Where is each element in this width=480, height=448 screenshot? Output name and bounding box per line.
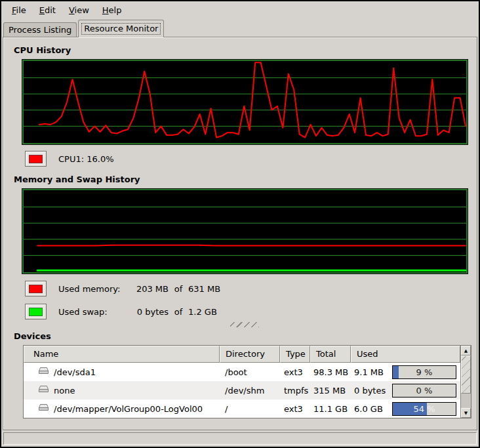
menu-edit[interactable]: Edit [33,3,62,17]
device-name: /dev/sda1 [54,367,96,377]
used-memory-color-fill [29,285,43,293]
total-swap-value: 1.2 GB [188,307,217,317]
disk-icon [38,367,49,377]
device-total: 11.1 GB [310,404,351,414]
notebook-tabs: Process Listing Resource Monitor [1,18,479,37]
device-name: none [54,386,75,396]
devices-table: Name Directory Type Total Used /dev/sda1… [23,345,471,418]
used-progress-label: 54 % [393,403,456,415]
menu-view[interactable]: View [62,3,96,17]
menu-bar: File Edit View Help [1,1,479,18]
disk-icon [38,385,49,396]
used-memory-label: Used memory: [58,284,128,294]
device-type: ext3 [280,367,310,377]
device-directory: /dev/shm [220,386,280,396]
used-memory-of: of [169,284,188,294]
used-memory-color-swatch [25,281,47,296]
cpu1-legend-label: CPU1: 16.0% [58,154,114,164]
system-monitor-window: File Edit View Help Process Listing Reso… [0,0,480,448]
column-header-total[interactable]: Total [310,346,351,363]
devices-title: Devices [14,331,477,341]
menu-help[interactable]: Help [96,3,129,17]
device-type: tmpfs [280,386,310,396]
disk-icon [38,403,49,414]
device-total: 315 MB [310,386,351,396]
used-memory-value: 203 MB [128,284,169,294]
cpu-history-title: CPU History [14,45,477,55]
used-swap-color-fill [29,308,43,316]
column-header-directory[interactable]: Directory [220,346,280,363]
total-memory-value: 631 MB [188,284,220,294]
used-swap-label: Used swap: [58,307,128,317]
scrollbar-thumb[interactable] [461,356,471,394]
devices-scrollbar[interactable]: ▲ ▼ [460,346,471,418]
table-row[interactable]: /dev/mapper/VolGroup00-LogVol00 / ext3 1… [24,399,460,418]
device-directory: /boot [220,367,280,377]
devices-table-header: Name Directory Type Total Used [24,346,460,363]
device-used: 9.1 MB [354,367,392,377]
used-progress-label: 9 % [393,366,456,378]
device-used: 0 bytes [354,386,392,396]
table-row[interactable]: /dev/sda1 /boot ext3 98.3 MB 9.1 MB 9 % [24,363,460,381]
pane-resize-grip[interactable] [230,322,259,327]
scroll-down-icon[interactable]: ▼ [461,408,471,418]
scroll-up-icon[interactable]: ▲ [461,346,471,356]
tab-resource-monitor-label: Resource Monitor [81,23,161,35]
device-directory: / [220,404,280,414]
cpu-legend: CPU1: 16.0% [25,151,477,167]
column-header-name[interactable]: Name [24,346,220,363]
used-swap-legend: Used swap: 0 bytes of 1.2 GB [25,304,477,319]
scrollbar-trough[interactable] [461,394,471,408]
used-progress-bar: 0 % [392,384,456,397]
menu-file[interactable]: File [5,3,33,17]
used-swap-color-swatch [25,304,47,319]
device-total: 98.3 MB [310,367,351,377]
used-memory-legend: Used memory: 203 MB of 631 MB [25,281,477,296]
cpu1-color-fill [29,155,43,163]
column-header-used[interactable]: Used [351,346,460,363]
used-swap-value: 0 bytes [128,307,169,317]
used-swap-of: of [169,307,188,317]
memory-swap-graph [22,188,468,274]
table-row[interactable]: none /dev/shm tmpfs 315 MB 0 bytes 0 % [24,381,460,399]
device-used: 6.0 GB [354,404,392,414]
tab-process-listing[interactable]: Process Listing [3,22,77,37]
memory-history-title: Memory and Swap History [14,174,477,184]
tab-resource-monitor[interactable]: Resource Monitor [78,20,164,37]
column-header-type[interactable]: Type [280,346,310,363]
cpu1-color-swatch [25,151,47,167]
resource-monitor-panel: CPU History CPU1: 16.0% Memory and Swap … [3,37,477,430]
status-bar [3,432,477,445]
device-type: ext3 [280,404,310,414]
device-name: /dev/mapper/VolGroup00-LogVol00 [54,404,203,414]
used-progress-bar: 9 % [392,365,456,379]
used-progress-bar: 54 % [392,402,456,416]
cpu-history-graph [22,59,468,145]
used-progress-label: 0 % [393,384,456,397]
